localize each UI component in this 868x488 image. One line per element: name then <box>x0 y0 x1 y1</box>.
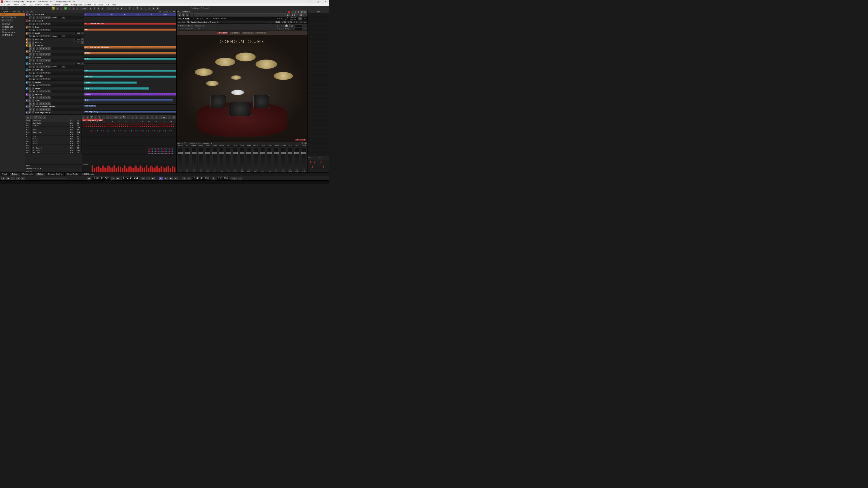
track-sub-btn[interactable]: 🔈 <box>33 96 35 99</box>
track-sub-btn[interactable]: ↔ <box>39 72 41 74</box>
drumstick-tool[interactable]: ⧵ <box>110 116 114 119</box>
kontakt-view-icon[interactable]: ▥ <box>299 17 302 20</box>
note-row[interactable] <box>82 145 176 148</box>
track-name[interactable]: Bass <box>35 26 84 28</box>
cycle-button[interactable]: ⟳ <box>159 177 163 180</box>
track-sub-btn[interactable]: ● <box>29 23 32 25</box>
track-sub-btn[interactable]: ≡ <box>49 35 51 37</box>
menu-workspaces[interactable]: Workspaces <box>70 4 82 6</box>
tree-item[interactable]: BASS DI <box>1 34 24 36</box>
track-sub-btn[interactable]: ≡ <box>49 53 51 56</box>
overview-grid[interactable] <box>308 13 329 156</box>
channel-routing[interactable]: 3|4 <box>184 171 190 172</box>
track-solo[interactable]: S <box>32 32 34 34</box>
track-sub-btn[interactable]: ↔ <box>39 66 41 68</box>
track-sub-btn[interactable]: ↔ <box>39 90 41 92</box>
output-channel[interactable]: 0.031|32 <box>280 148 286 172</box>
channel-routing[interactable]: 25|26 <box>259 171 266 172</box>
output-channel[interactable]: 0.015|16 <box>225 148 231 172</box>
track-mute[interactable]: M <box>29 93 31 96</box>
tree-item[interactable]: BASS <box>1 23 24 26</box>
china-cymbal[interactable] <box>236 53 256 62</box>
overview-slider[interactable] <box>40 178 67 179</box>
output-channel-name[interactable]: Cymbals <box>273 145 279 147</box>
inspector-btn2-2[interactable]: ↔ <box>7 19 10 22</box>
track-solo[interactable]: S <box>32 99 34 102</box>
floor-tom-1[interactable] <box>211 95 226 108</box>
output-channel-name[interactable]: Toms Rc <box>252 145 259 147</box>
global-listen-button[interactable]: L <box>60 6 63 10</box>
output-channel-name[interactable]: Cymbals <box>266 145 273 147</box>
track-sub-btn[interactable]: W <box>45 66 48 68</box>
track-fold-icon[interactable]: ▸ <box>26 20 28 22</box>
track-solo[interactable]: S <box>32 93 34 96</box>
output-channel-name[interactable]: Odeholm <box>177 145 184 147</box>
plugin-bypass-icon[interactable]: ⏻ <box>178 13 181 17</box>
warp-tool[interactable]: ∿ <box>144 6 147 10</box>
channel-fader[interactable] <box>247 148 251 169</box>
output-channel-name[interactable]: Kick <box>184 145 190 147</box>
clip[interactable]: GTR R DI <box>84 75 176 78</box>
tune-knob[interactable] <box>285 24 288 27</box>
bar-ruler[interactable]: 173349658197113 <box>84 13 176 17</box>
track-sub-btn[interactable]: W <box>45 60 48 62</box>
output-channel-name[interactable]: Toms V <box>259 145 266 147</box>
forward-button[interactable]: ▸ <box>187 177 191 180</box>
multi-page[interactable]: 49-64 <box>293 21 298 23</box>
track-fold-icon[interactable]: ▸ <box>26 93 28 96</box>
acoustic-icon[interactable]: ♪ <box>94 116 97 119</box>
clip[interactable]: LoFi M <box>84 82 137 84</box>
multi-next[interactable]: ▸ <box>273 21 274 23</box>
track-autom-select[interactable]: Volume <box>52 66 62 68</box>
track-sub-btn[interactable]: 🔈 <box>33 108 35 111</box>
output-channel[interactable]: 0.07|8 <box>197 148 204 172</box>
editor-solo-icon[interactable]: ◉ <box>26 116 29 119</box>
track-sub-btn[interactable]: W <box>45 78 48 80</box>
secondary-time-display[interactable]: 0:04:41.454 <box>121 176 140 180</box>
channel-routing[interactable]: 27|28 <box>266 171 273 172</box>
tree-item[interactable]: Bass Grit <box>1 26 24 28</box>
editor-loop-icon[interactable]: ↻ <box>38 116 41 119</box>
exit-mixer-button[interactable]: EXIT MIXER <box>295 139 306 141</box>
preset-name[interactable]: Mix-Ready 'THALL' Kit <box>182 28 200 30</box>
track-sub-btn[interactable]: ≡ <box>49 60 51 62</box>
tempo-dropdown[interactable]: ▾ <box>238 177 242 180</box>
play-tool[interactable]: ▶ <box>152 6 155 10</box>
deactivate-icon[interactable]: ✕ <box>16 177 20 180</box>
track-sub-btn[interactable]: R <box>42 23 45 25</box>
channel-fader[interactable] <box>281 148 285 169</box>
track-fold-icon[interactable]: ▸ <box>26 62 28 65</box>
track-fold-icon[interactable]: ▸ <box>26 68 28 71</box>
track-sub-btn[interactable]: ≡ <box>49 90 51 92</box>
track-fold-icon[interactable]: ▸ <box>26 32 28 35</box>
track-sub-btn[interactable]: ● <box>29 47 32 50</box>
drum-col-header[interactable]: Pitch <box>25 119 32 122</box>
output-channel[interactable]: 0.01|2 <box>177 148 184 172</box>
track-sub-btn[interactable]: 🔈 <box>33 29 35 31</box>
channel-fader[interactable] <box>199 148 203 169</box>
note-row[interactable] <box>82 143 176 145</box>
kontakt-tab-shells[interactable]: SHELLS <box>229 31 241 34</box>
output-channel[interactable]: 0.017|18 <box>232 148 239 172</box>
output-channel[interactable]: 0.035|36 <box>293 148 300 172</box>
multi-page[interactable]: 33-48 <box>287 21 292 23</box>
instrument-name[interactable]: Odeholm Drums - Processed <box>180 25 204 27</box>
track-sub-btn[interactable]: ◇ <box>36 96 38 99</box>
crash-cymbal-2[interactable] <box>215 58 236 66</box>
plugin-layout1-icon[interactable]: ▭ <box>291 10 294 13</box>
drum-map-row[interactable]: D1Snare1/16D1 <box>25 129 82 131</box>
presets-batch-label[interactable]: Presets / Batch Configuration <box>190 142 210 144</box>
track-sub-btn[interactable]: ≡ <box>49 96 51 99</box>
track-fold-icon[interactable]: ▸ <box>26 50 28 53</box>
drum-col-header[interactable]: Instrument <box>32 119 69 122</box>
snare-drum[interactable] <box>231 90 244 95</box>
output-channel-name[interactable]: Out 19 <box>301 145 307 147</box>
arrow-tool-ed[interactable]: ↖ <box>102 116 105 119</box>
track-name[interactable]: GTR L DI <box>35 69 84 71</box>
track-mute[interactable]: M <box>29 57 31 59</box>
tree-item[interactable]: BASS MIDI <box>1 31 24 34</box>
drum-map-row[interactable]: D#1Snare Flam1/16D#1 <box>25 131 82 133</box>
track-sub-btn[interactable]: ↔ <box>39 84 41 86</box>
plugin-next-icon[interactable]: ▸ <box>190 13 193 17</box>
channel-fader[interactable] <box>261 148 265 169</box>
